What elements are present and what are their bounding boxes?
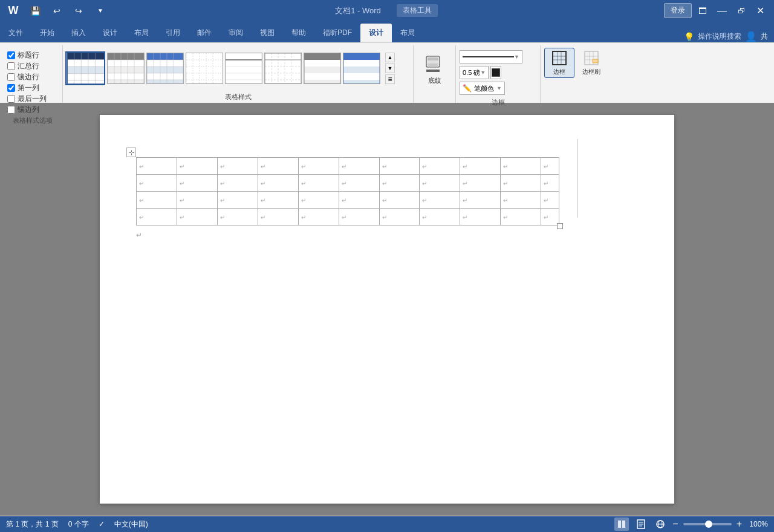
- table-cell[interactable]: ↵: [137, 209, 177, 225]
- tab-wenj[interactable]: 文件: [0, 24, 31, 42]
- tab-bangzhu[interactable]: 帮助: [283, 24, 314, 42]
- table-cell[interactable]: ↵: [137, 158, 177, 175]
- table-cell[interactable]: ↵: [298, 192, 339, 209]
- style-option-huizong[interactable]: 汇总行: [7, 61, 39, 71]
- table-cell[interactable]: ↵: [177, 192, 217, 209]
- table-cell[interactable]: ↵: [541, 158, 559, 175]
- language-label[interactable]: 中文(中国): [114, 519, 148, 530]
- table-cell[interactable]: ↵: [339, 192, 379, 209]
- table-style-6[interactable]: [264, 53, 302, 84]
- table-cell[interactable]: ↵: [258, 175, 298, 192]
- spell-check-icon[interactable]: ✓: [99, 520, 105, 528]
- table-cell[interactable]: ↵: [541, 175, 559, 192]
- table-style-5[interactable]: [225, 53, 262, 84]
- table-cell[interactable]: ↵: [339, 209, 379, 225]
- undo-btn[interactable]: ↩: [48, 3, 65, 19]
- table-resize-handle[interactable]: [557, 223, 563, 229]
- style-option-jianbian2[interactable]: 镶边列: [7, 105, 39, 115]
- shading-btn[interactable]: 底纹: [420, 51, 450, 88]
- table-cell[interactable]: ↵: [217, 209, 258, 225]
- tab-fuxiPDF[interactable]: 福昕PDF: [314, 24, 360, 42]
- tab-sheji[interactable]: 设计: [94, 24, 126, 42]
- read-view-btn[interactable]: [614, 517, 629, 531]
- table-style-7[interactable]: [304, 53, 341, 84]
- checkbox-diyi[interactable]: [7, 84, 15, 92]
- table-cell[interactable]: ↵: [258, 192, 298, 209]
- table-cell[interactable]: ↵: [501, 175, 541, 192]
- table-style-selected[interactable]: [65, 51, 105, 85]
- table-cell[interactable]: ↵: [460, 175, 501, 192]
- table-style-8[interactable]: [343, 53, 380, 84]
- table-cell[interactable]: ↵: [339, 175, 379, 192]
- table-cell[interactable]: ↵: [541, 192, 559, 209]
- redo-btn[interactable]: ↪: [70, 3, 87, 19]
- table-cell[interactable]: ↵: [420, 158, 460, 175]
- style-scroll-more[interactable]: ≡: [385, 74, 395, 84]
- ribbon-display-btn[interactable]: 🗖: [694, 3, 711, 19]
- tab-kaishi[interactable]: 开始: [31, 24, 63, 42]
- table-cell[interactable]: ↵: [460, 192, 501, 209]
- table-cell[interactable]: ↵: [177, 175, 217, 192]
- table-cell[interactable]: ↵: [298, 175, 339, 192]
- table-cell[interactable]: ↵: [420, 175, 460, 192]
- table-cell[interactable]: ↵: [217, 175, 258, 192]
- checkbox-biaoti[interactable]: [7, 51, 15, 59]
- table-cell[interactable]: ↵: [137, 192, 177, 209]
- close-btn[interactable]: ✕: [752, 2, 769, 19]
- style-option-zuihou[interactable]: 最后一列: [7, 94, 47, 104]
- table-cell[interactable]: ↵: [298, 158, 339, 175]
- tab-shitu[interactable]: 视图: [252, 24, 283, 42]
- style-option-diyi[interactable]: 第一列: [7, 83, 39, 93]
- qs-more-btn[interactable]: ▼: [92, 3, 109, 19]
- quick-save-btn[interactable]: 💾: [27, 3, 44, 19]
- table-cell[interactable]: ↵: [420, 192, 460, 209]
- style-option-biaoti[interactable]: 标题行: [7, 50, 39, 60]
- border-width-select[interactable]: 0.5 磅 ▼: [460, 66, 489, 79]
- tab-yinyong[interactable]: 引用: [157, 24, 189, 42]
- tab-buju2[interactable]: 布局: [392, 24, 423, 42]
- tab-buju[interactable]: 布局: [126, 24, 157, 42]
- border-eraser-btn[interactable]: 边框刷: [576, 48, 607, 78]
- table-cell[interactable]: ↵: [258, 158, 298, 175]
- table-cell[interactable]: ↵: [217, 192, 258, 209]
- zoom-slider[interactable]: [683, 523, 732, 525]
- checkbox-zuihou[interactable]: [7, 95, 15, 103]
- table-cell[interactable]: ↵: [501, 192, 541, 209]
- print-view-btn[interactable]: [634, 517, 648, 531]
- tab-charu[interactable]: 插入: [63, 24, 94, 42]
- table-cell[interactable]: ↵: [298, 209, 339, 225]
- doc-table[interactable]: ↵ ↵ ↵ ↵ ↵ ↵ ↵ ↵ ↵ ↵ ↵ ↵ ↵: [136, 157, 559, 225]
- style-option-jianbian[interactable]: 镶边行: [7, 72, 39, 82]
- table-cell[interactable]: ↵: [137, 175, 177, 192]
- table-move-handle[interactable]: ⊹: [126, 148, 136, 157]
- style-scroll-down[interactable]: ▼: [385, 63, 395, 73]
- table-style-4[interactable]: [186, 53, 223, 84]
- table-cell[interactable]: ↵: [501, 158, 541, 175]
- web-view-btn[interactable]: [653, 517, 668, 531]
- table-cell[interactable]: ↵: [379, 158, 420, 175]
- table-cell[interactable]: ↵: [339, 158, 379, 175]
- checkbox-jianbian[interactable]: [7, 73, 15, 81]
- table-style-3[interactable]: [146, 53, 184, 84]
- tab-sheji2[interactable]: 设计: [360, 24, 392, 42]
- minimize-btn[interactable]: —: [714, 2, 730, 19]
- table-cell[interactable]: ↵: [177, 158, 217, 175]
- checkbox-jianbian2[interactable]: [7, 106, 15, 114]
- zoom-slider-thumb[interactable]: [705, 521, 712, 528]
- table-cell[interactable]: ↵: [217, 158, 258, 175]
- table-cell[interactable]: ↵: [501, 209, 541, 225]
- table-cell[interactable]: ↵: [460, 158, 501, 175]
- zoom-in-btn[interactable]: +: [737, 519, 742, 530]
- tab-shenhe[interactable]: 审阅: [220, 24, 252, 42]
- table-cell[interactable]: ↵: [460, 209, 501, 225]
- border-style-selector[interactable]: ▼: [460, 50, 522, 63]
- zoom-level[interactable]: 100%: [747, 520, 768, 528]
- table-cell[interactable]: ↵: [420, 209, 460, 225]
- table-cell[interactable]: ↵: [379, 175, 420, 192]
- table-style-2[interactable]: [107, 53, 145, 84]
- pen-color-btn[interactable]: ✏️ 笔颜色 ▼: [460, 82, 505, 95]
- zoom-out-btn[interactable]: −: [672, 519, 678, 530]
- table-cell[interactable]: ↵: [177, 209, 217, 225]
- table-cell[interactable]: ↵: [258, 209, 298, 225]
- checkbox-huizong[interactable]: [7, 62, 15, 70]
